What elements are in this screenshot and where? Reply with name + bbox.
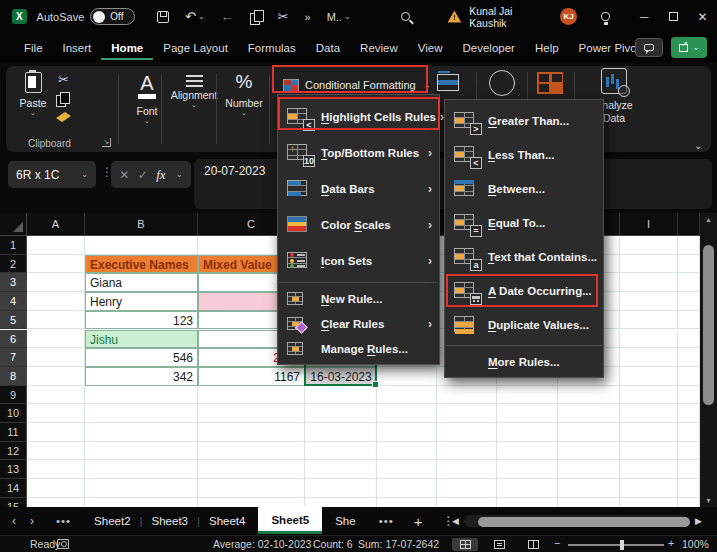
menu-tab-view[interactable]: View: [408, 36, 453, 60]
zoom-slider[interactable]: [568, 544, 664, 546]
cell-F9[interactable]: [437, 386, 497, 405]
row-header-6[interactable]: 6: [0, 330, 27, 349]
cell-H13[interactable]: [558, 460, 620, 479]
row-header-13[interactable]: 13: [0, 460, 27, 479]
paste-button[interactable]: Paste ⌄: [16, 72, 50, 117]
cell-E14[interactable]: [377, 479, 437, 498]
cell-H9[interactable]: [558, 386, 620, 405]
format-as-table-button[interactable]: [437, 74, 459, 95]
cell-G9[interactable]: [497, 386, 558, 405]
cell-F10[interactable]: [437, 404, 497, 423]
menu-item-icon-sets[interactable]: Icon Sets›: [278, 243, 439, 279]
scroll-right-arrow[interactable]: ▶: [695, 516, 702, 526]
cell-G10[interactable]: [497, 404, 558, 423]
cell-G15[interactable]: [497, 498, 558, 507]
lightbulb-icon[interactable]: [601, 12, 610, 21]
cell-E8[interactable]: [377, 367, 437, 386]
cell-fill[interactable]: [678, 311, 700, 330]
cell-B14[interactable]: [85, 479, 198, 498]
cell-F11[interactable]: [437, 423, 497, 442]
cell-A3[interactable]: [27, 273, 85, 292]
cell-I13[interactable]: [620, 460, 678, 479]
cell-A9[interactable]: [27, 386, 85, 405]
select-all-corner[interactable]: [0, 213, 27, 236]
scroll-up-arrow[interactable]: ▲: [700, 216, 717, 223]
menu-item-highlight-cells-rules[interactable]: <Highlight Cells Rules›: [278, 99, 439, 135]
cell-B11[interactable]: [85, 423, 198, 442]
column-header-B[interactable]: B: [85, 213, 198, 236]
cell-G14[interactable]: [497, 479, 558, 498]
cell-C14[interactable]: [198, 479, 305, 498]
cancel-formula-button[interactable]: ✕: [119, 168, 129, 182]
menu-tab-file[interactable]: File: [14, 36, 53, 60]
row-header-7[interactable]: 7: [0, 348, 27, 367]
cell-D14[interactable]: [305, 479, 377, 498]
column-header-fill[interactable]: [678, 213, 700, 236]
menu-tab-developer[interactable]: Developer: [453, 36, 525, 60]
cell-fill[interactable]: [678, 423, 700, 442]
scroll-down-arrow[interactable]: ▼: [700, 497, 717, 504]
vertical-scrollbar[interactable]: ▲ ▼: [700, 213, 717, 507]
cell-H15[interactable]: [558, 498, 620, 507]
row-header-1[interactable]: 1: [0, 236, 27, 255]
cell-D10[interactable]: [305, 404, 377, 423]
menu-tab-formulas[interactable]: Formulas: [238, 36, 306, 60]
row-header-8[interactable]: 8: [0, 367, 27, 386]
cell-B9[interactable]: [85, 386, 198, 405]
menu-tab-home[interactable]: Home: [101, 36, 153, 60]
maximize-button[interactable]: [659, 10, 688, 24]
cell-A2[interactable]: [27, 255, 85, 274]
row-header-4[interactable]: 4: [0, 292, 27, 311]
cell-H10[interactable]: [558, 404, 620, 423]
cell-E12[interactable]: [377, 442, 437, 461]
cell-E10[interactable]: [377, 404, 437, 423]
cell-B8[interactable]: 342: [85, 367, 198, 386]
cell-D9[interactable]: [305, 386, 377, 405]
cell-B1[interactable]: [85, 236, 198, 255]
cell-fill[interactable]: [678, 330, 700, 349]
cell-fill[interactable]: [678, 292, 700, 311]
cell-C11[interactable]: [198, 423, 305, 442]
cell-H11[interactable]: [558, 423, 620, 442]
clipboard-dialog-launcher[interactable]: [102, 138, 111, 147]
cell-H12[interactable]: [558, 442, 620, 461]
cell-F14[interactable]: [437, 479, 497, 498]
menu-item-text-that-contains[interactable]: aText that Contains...: [445, 240, 603, 274]
minimize-button[interactable]: ─: [630, 10, 659, 24]
zoom-slider-thumb[interactable]: [620, 540, 624, 550]
cell-A5[interactable]: [27, 311, 85, 330]
ribbon-collapse-chevron[interactable]: ⌄: [694, 140, 702, 151]
prev-sheet-arrow[interactable]: ‹: [12, 514, 16, 528]
more-commands-chevron[interactable]: »: [305, 11, 311, 23]
page-break-view-button[interactable]: [520, 538, 546, 551]
cell-C10[interactable]: [198, 404, 305, 423]
cell-E11[interactable]: [377, 423, 437, 442]
comments-button[interactable]: [635, 38, 663, 57]
cell-A4[interactable]: [27, 292, 85, 311]
menu-item-duplicate-values[interactable]: Duplicate Values...: [445, 308, 603, 342]
sheet-tab-sheet3[interactable]: Sheet3: [139, 507, 201, 535]
menu-item-top-bottom-rules[interactable]: 10Top/Bottom Rules›: [278, 135, 439, 171]
cell-fill[interactable]: [678, 386, 700, 405]
enter-formula-button[interactable]: ✓: [138, 168, 148, 182]
cell-G13[interactable]: [497, 460, 558, 479]
menu-item-data-bars[interactable]: Data Bars›: [278, 171, 439, 207]
menu-tab-data[interactable]: Data: [306, 36, 350, 60]
sheet-tab-she[interactable]: She: [322, 507, 368, 535]
scroll-left-arrow[interactable]: ◀: [452, 516, 459, 526]
row-header-5[interactable]: 5: [0, 311, 27, 330]
cell-fill[interactable]: [678, 498, 700, 507]
cell-E15[interactable]: [377, 498, 437, 507]
sheet-tab-sheet2[interactable]: Sheet2: [81, 507, 143, 535]
cell-A15[interactable]: [27, 498, 85, 507]
row-header-2[interactable]: 2: [0, 255, 27, 274]
horizontal-scrollbar[interactable]: ◀ ▶: [452, 514, 702, 528]
menu-tab-help[interactable]: Help: [525, 36, 569, 60]
close-button[interactable]: ✕: [688, 10, 717, 24]
menu-item-more-rules[interactable]: More Rules...: [445, 349, 603, 374]
search-button[interactable]: [401, 12, 410, 21]
cell-B10[interactable]: [85, 404, 198, 423]
cell-A6[interactable]: [27, 330, 85, 349]
cell-fill[interactable]: [678, 273, 700, 292]
menu-tab-review[interactable]: Review: [350, 36, 408, 60]
